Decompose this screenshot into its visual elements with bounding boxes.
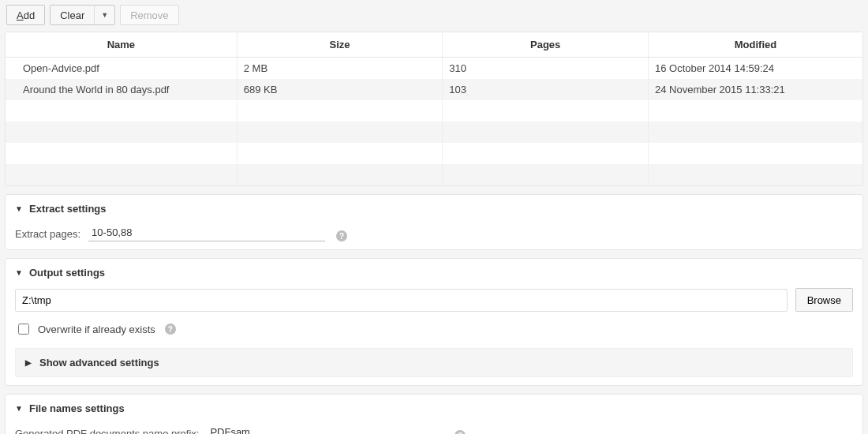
toolbar: Add Clear ▼ Remove [5,5,863,32]
section-title: Output settings [29,267,105,279]
table-row[interactable] [6,143,862,164]
caret-down-icon: ▼ [15,204,23,213]
prefix-label: Generated PDF documents name prefix: [15,428,199,434]
col-size[interactable]: Size [237,32,443,58]
file-table[interactable]: Name Size Pages Modified Open-Advice.pdf… [6,32,862,185]
col-pages[interactable]: Pages [443,32,649,58]
browse-button[interactable]: Browse [795,288,853,312]
caret-down-icon: ▼ [15,268,23,277]
file-table-panel: Name Size Pages Modified Open-Advice.pdf… [5,32,863,186]
clear-dropdown-caret[interactable]: ▼ [94,6,114,24]
col-modified[interactable]: Modified [648,32,862,58]
filenames-settings-header[interactable]: ▼ File names settings [15,402,853,414]
extract-pages-input[interactable] [88,224,325,241]
show-advanced-toggle[interactable]: ▶ Show advanced settings [15,348,853,377]
cell-modified: 24 November 2015 11:33:21 [648,79,862,100]
cell-size: 2 MB [237,58,443,80]
section-title: Extract settings [29,203,107,215]
cell-name: Open-Advice.pdf [6,58,237,80]
cell-pages: 310 [443,58,649,80]
table-row[interactable] [6,122,862,143]
extract-settings-panel: ▼ Extract settings Extract pages: ? [5,194,863,250]
add-button[interactable]: Add [6,5,45,25]
section-title: File names settings [29,402,125,414]
cell-size: 689 KB [237,79,443,100]
col-name[interactable]: Name [6,32,237,58]
table-header-row: Name Size Pages Modified [6,32,862,58]
prefix-input[interactable] [207,424,443,434]
table-row[interactable] [6,164,862,185]
cell-name: Around the World in 80 days.pdf [6,79,237,100]
overwrite-checkbox[interactable] [18,324,29,335]
table-row[interactable]: Around the World in 80 days.pdf 689 KB 1… [6,79,862,100]
clear-button[interactable]: Clear [51,6,94,24]
remove-button: Remove [120,5,178,25]
output-path-input[interactable] [15,289,788,312]
extract-settings-header[interactable]: ▼ Extract settings [15,203,853,215]
cell-modified: 16 October 2014 14:59:24 [648,58,862,80]
advanced-label: Show advanced settings [39,357,159,369]
filenames-settings-panel: ▼ File names settings Generated PDF docu… [5,394,863,434]
help-icon[interactable]: ? [336,230,347,241]
output-settings-panel: ▼ Output settings Browse Overwrite if al… [5,258,863,386]
table-row[interactable]: Open-Advice.pdf 2 MB 310 16 October 2014… [6,58,862,80]
help-icon[interactable]: ? [455,430,466,434]
clear-button-split: Clear ▼ [50,5,115,25]
help-icon[interactable]: ? [165,324,176,335]
caret-right-icon: ▶ [25,358,33,367]
cell-pages: 103 [443,79,649,100]
table-row[interactable] [6,100,862,122]
caret-down-icon: ▼ [15,404,23,413]
extract-pages-label: Extract pages: [15,228,80,241]
overwrite-label: Overwrite if already exists [38,324,155,335]
output-settings-header[interactable]: ▼ Output settings [15,267,853,279]
